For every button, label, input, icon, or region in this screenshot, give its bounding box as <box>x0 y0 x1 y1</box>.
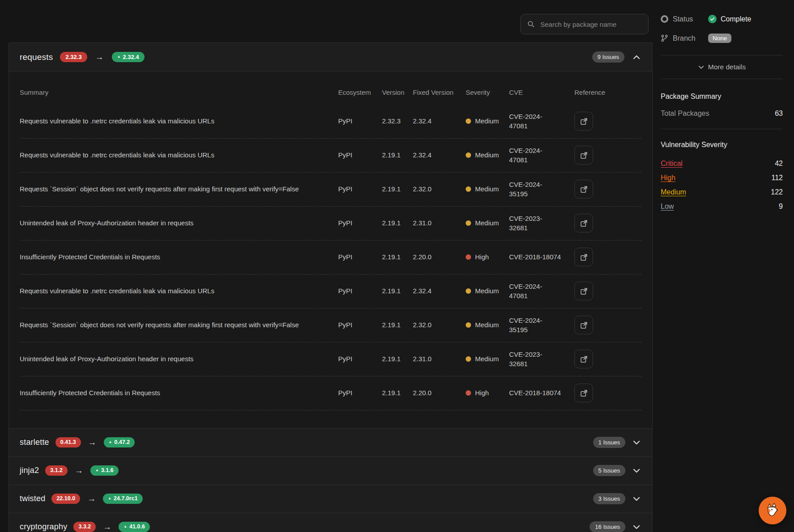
arrow-right-icon: → <box>75 466 83 476</box>
table-bottom-gap <box>20 410 641 428</box>
issues-count-badge: 1 Issues <box>593 437 625 448</box>
more-details-button[interactable]: More details <box>661 63 783 71</box>
severity-dot <box>466 322 471 328</box>
current-version-badge: 0.41.3 <box>55 437 81 448</box>
cell-cve: CVE-2024- 47081 <box>509 146 574 165</box>
severity-summary-row: High 112 <box>661 174 783 182</box>
chevron-down-icon[interactable] <box>632 522 641 532</box>
severity-summary-row: Low 9 <box>661 203 783 211</box>
vulnerability-row: Requests `Session` object does not verif… <box>20 173 641 207</box>
fixed-version-text: 41.0.6 <box>129 524 145 530</box>
external-link-icon <box>580 117 588 126</box>
issues-count-badge: 9 Issues <box>592 51 624 63</box>
reference-link-button[interactable] <box>574 316 593 334</box>
vulnerability-row: Unintended leak of Proxy-Authorization h… <box>20 207 641 241</box>
package-search <box>520 14 649 34</box>
branch-row: Branch None <box>661 34 783 43</box>
cell-reference <box>574 384 641 402</box>
up-triangle-icon: ▲ <box>123 524 127 529</box>
external-link-icon <box>580 287 588 296</box>
cell-fixed-version: 2.32.0 <box>413 184 466 194</box>
cell-reference <box>574 248 641 266</box>
cell-summary: Unintended leak of Proxy-Authorization h… <box>20 218 306 228</box>
severity-filter-link[interactable]: Critical <box>661 160 683 168</box>
cell-ecosystem: PyPI <box>338 320 382 330</box>
package-name: starlette <box>20 438 49 447</box>
cell-fixed-version: 2.20.0 <box>413 388 466 398</box>
vulnerability-row: Requests `Session` object does not verif… <box>20 308 641 342</box>
reference-link-button[interactable] <box>574 248 593 266</box>
reference-link-button[interactable] <box>574 214 593 232</box>
total-packages-value: 63 <box>775 110 783 118</box>
cell-fixed-version: 2.20.0 <box>413 252 466 262</box>
search-input[interactable] <box>539 20 642 29</box>
reference-link-button[interactable] <box>574 112 593 131</box>
severity-label: High <box>475 252 489 262</box>
divider <box>661 55 783 55</box>
package-row[interactable]: twisted 22.10.0 → ▲ 24.7.0rc1 3 Issues <box>9 485 652 513</box>
reference-link-button[interactable] <box>574 350 593 368</box>
search-icon <box>527 20 535 28</box>
status-row: Status Complete <box>661 15 783 23</box>
vulnerability-row: Requests vulnerable to .netrc credential… <box>20 274 641 308</box>
total-packages-row: Total Packages 63 <box>661 110 783 118</box>
severity-filter-link[interactable]: Low <box>661 203 674 211</box>
total-packages-label: Total Packages <box>661 110 709 118</box>
cell-fixed-version: 2.32.4 <box>413 116 466 126</box>
cell-cve: CVE-2023- 32681 <box>509 214 574 233</box>
package-row[interactable]: starlette 0.41.3 → ▲ 0.47.2 1 Issues <box>9 428 652 456</box>
cell-summary: Insufficiently Protected Credentials in … <box>20 252 306 262</box>
cell-summary: Requests vulnerable to .netrc credential… <box>20 286 306 296</box>
chevron-down-icon[interactable] <box>632 438 641 448</box>
package-row[interactable]: jinja2 3.1.2 → ▲ 3.1.6 5 Issues <box>9 456 652 485</box>
up-triangle-icon: ▲ <box>108 496 111 501</box>
up-triangle-icon: ▲ <box>95 468 99 473</box>
cell-summary: Requests vulnerable to .netrc credential… <box>20 116 306 126</box>
cell-cve: CVE-2023- 32681 <box>509 350 574 369</box>
cell-cve: CVE-2024- 35195 <box>509 316 574 335</box>
severity-label: Medium <box>475 218 499 228</box>
reference-link-button[interactable] <box>574 146 593 165</box>
severity-label: High <box>475 388 489 398</box>
fixed-version-badge: ▲ 3.1.6 <box>90 465 119 476</box>
package-row[interactable]: cryptography 3.3.2 → ▲ 41.0.6 16 Issues <box>9 513 652 532</box>
reference-link-button[interactable] <box>574 282 593 300</box>
package-row-requests[interactable]: requests 2.32.3 → ▲ 2.32.4 9 Issues <box>9 43 652 72</box>
assistant-fox-button[interactable] <box>759 497 786 524</box>
status-value: Complete <box>721 15 751 23</box>
package-name: requests <box>20 52 53 62</box>
severity-filter-link[interactable]: High <box>661 174 675 182</box>
cell-severity: Medium <box>466 354 509 364</box>
chevron-up-icon[interactable] <box>632 52 641 62</box>
severity-summary-row: Medium 122 <box>661 188 783 196</box>
cell-summary: Unintended leak of Proxy-Authorization h… <box>20 354 306 364</box>
reference-link-button[interactable] <box>574 384 593 402</box>
reference-link-button[interactable] <box>574 180 593 198</box>
severity-dot <box>466 152 471 158</box>
status-icon <box>661 15 668 23</box>
current-version-badge: 2.32.3 <box>60 52 87 63</box>
external-link-icon <box>580 389 588 397</box>
current-version-badge: 3.3.2 <box>73 522 96 532</box>
header-severity: Severity <box>466 88 509 97</box>
external-link-icon <box>580 219 588 228</box>
chevron-down-icon[interactable] <box>632 466 641 476</box>
cell-fixed-version: 2.32.4 <box>413 150 466 160</box>
chevron-down-icon[interactable] <box>632 494 641 504</box>
cell-fixed-version: 2.31.0 <box>413 354 466 364</box>
package-name: cryptography <box>20 522 67 532</box>
external-link-icon <box>580 355 588 363</box>
vulnerability-row: Insufficiently Protected Credentials in … <box>20 241 641 274</box>
cell-cve: CVE-2018-18074 <box>509 252 574 262</box>
cell-reference <box>574 112 641 131</box>
cell-reference <box>574 316 641 334</box>
arrow-right-icon: → <box>103 522 111 532</box>
vulnerability-table: Summary Ecosystem Version Fixed Version … <box>9 72 652 428</box>
vulnerability-severity-title: Vulnerability Severity <box>661 141 783 149</box>
issues-count-badge: 5 Issues <box>593 465 625 476</box>
cell-summary: Requests `Session` object does not verif… <box>20 184 306 194</box>
packages-panel: requests 2.32.3 → ▲ 2.32.4 9 Issues Summ… <box>8 42 653 532</box>
branch-label: Branch <box>673 34 696 42</box>
severity-dot <box>466 118 471 124</box>
severity-filter-link[interactable]: Medium <box>661 188 686 196</box>
